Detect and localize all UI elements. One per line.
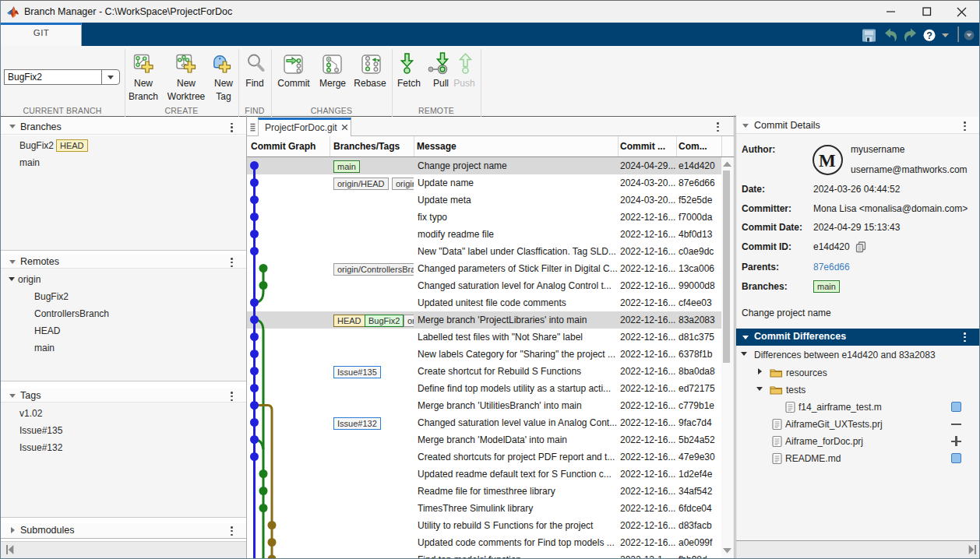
- svg-text:?: ?: [926, 30, 932, 41]
